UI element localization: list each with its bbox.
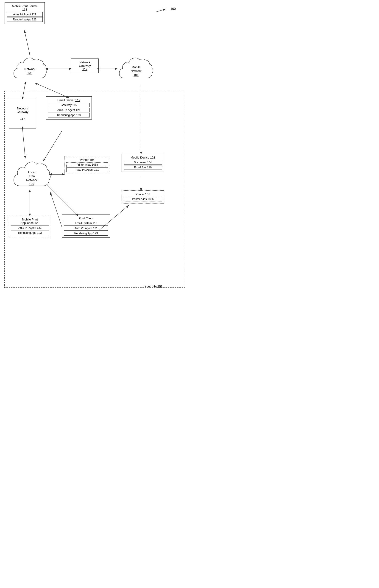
printer-105-title: Printer 105 bbox=[65, 158, 109, 162]
svg-text:Network: Network bbox=[130, 69, 142, 73]
printer-auto-prt-agent: Auto Prt Agent 121 bbox=[66, 168, 108, 172]
svg-text:Mobile: Mobile bbox=[132, 65, 141, 69]
mobile-print-appliance-box: Mobile Print Appliance 129 Auto Prt Agen… bbox=[9, 216, 51, 237]
mobile-print-server-box: Mobile Print Server 113 Auto Prt Agent 1… bbox=[5, 2, 45, 24]
md-email-sys: Email Sys 110 bbox=[124, 165, 162, 170]
svg-text:Network: Network bbox=[26, 178, 37, 182]
ref-100: 100 bbox=[171, 7, 176, 11]
pc-auto-prt-agent: Auto Prt Agent 121 bbox=[64, 226, 108, 231]
network-gateway-117-box: Network Gateway 117 bbox=[9, 99, 36, 128]
printer-105-box: Printer 105 Printer Alias 108a Auto Prt … bbox=[64, 156, 110, 174]
email-server-title: Email Server 112 bbox=[47, 98, 91, 102]
pc-email-system: Email System 110 bbox=[64, 221, 108, 226]
mpa-rendering-app: Rendering App 123 bbox=[11, 231, 49, 235]
es-rendering-app: Rendering App 123 bbox=[48, 113, 90, 117]
print-client-box: Print Client Email System 110 Auto Prt A… bbox=[62, 215, 110, 238]
network-gateway-119-box: Network Gateway 119 bbox=[71, 59, 99, 73]
printer-107-box: Printer 107 Printer Alias 108b bbox=[122, 190, 164, 203]
md-document: Document 104 bbox=[124, 160, 162, 165]
printer-alias-108b: Printer Alias 108b bbox=[124, 197, 162, 201]
svg-text:Area: Area bbox=[29, 174, 35, 178]
mobile-network-cloud: Mobile Network 106 bbox=[117, 52, 155, 85]
printer-107-title: Printer 107 bbox=[123, 192, 163, 196]
svg-text:103: 103 bbox=[27, 71, 32, 75]
mps-rendering-app: Rendering App 123 bbox=[7, 17, 43, 22]
es-gateway: Gateway 115 bbox=[48, 103, 90, 107]
network-103-cloud: Network 103 bbox=[12, 53, 48, 85]
print-site-label: Print Site 101 bbox=[144, 284, 162, 288]
pc-title: Print Client bbox=[63, 216, 109, 220]
svg-text:Network: Network bbox=[24, 67, 35, 71]
email-server-box: Email Server 112 Gateway 115 Auto Prt Ag… bbox=[46, 96, 92, 120]
mpa-auto-prt-agent: Auto Prt Agent 121 bbox=[11, 226, 49, 230]
mps-auto-prt-agent: Auto Prt Agent 121 bbox=[7, 12, 43, 17]
ng117-title: Network Gateway 117 bbox=[16, 107, 28, 121]
es-auto-prt-agent: Auto Prt Agent 121 bbox=[48, 108, 90, 112]
mobile-print-server-title: Mobile Print Server 113 bbox=[6, 4, 44, 12]
mobile-device-title: Mobile Device 102 bbox=[123, 155, 163, 160]
svg-text:106: 106 bbox=[134, 73, 139, 77]
mpa-title: Mobile Print Appliance 129 bbox=[10, 217, 50, 225]
local-area-network-cloud: Local Area Network 109 bbox=[12, 156, 52, 193]
svg-line-23 bbox=[156, 9, 165, 12]
pc-rendering-app: Rendering App 123 bbox=[64, 231, 108, 236]
printer-alias-108a: Printer Alias 108a bbox=[66, 162, 108, 167]
svg-line-9 bbox=[25, 32, 30, 55]
mobile-device-box: Mobile Device 102 Document 104 Email Sys… bbox=[122, 154, 164, 172]
diagram: 100 Mobile Print Server 113 Auto Prt Age… bbox=[0, 0, 190, 294]
svg-text:109: 109 bbox=[29, 182, 34, 186]
svg-text:Local: Local bbox=[28, 170, 35, 174]
ng119-title: Network Gateway 119 bbox=[72, 61, 97, 71]
